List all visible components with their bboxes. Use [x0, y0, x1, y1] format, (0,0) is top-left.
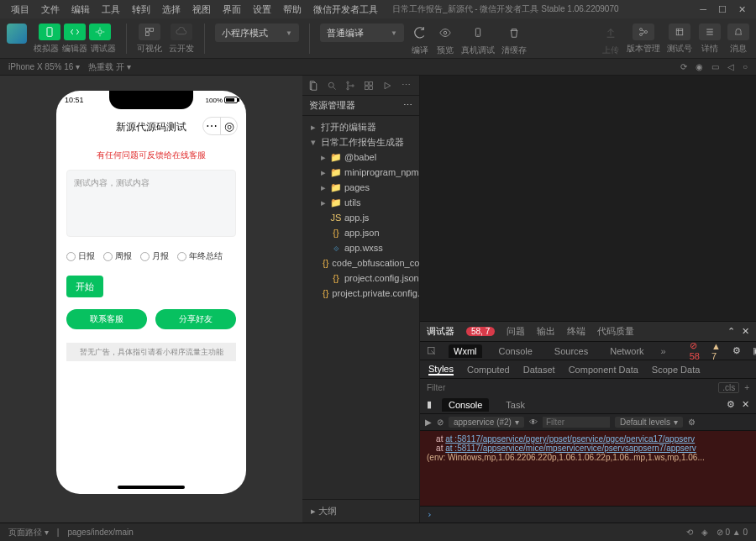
sidebar-toggle-icon[interactable]: ▮	[427, 399, 432, 410]
tree-row[interactable]: ⟐app.wxss	[302, 240, 419, 255]
error-count[interactable]: ⊘ 58	[690, 340, 700, 361]
tab-problems[interactable]: 问题	[507, 325, 525, 338]
tab-sources[interactable]: Sources	[549, 344, 593, 358]
back-icon[interactable]: ◁	[727, 62, 734, 71]
device-selector[interactable]: iPhone X 85% 16 ▾	[8, 62, 80, 71]
collapse-icon[interactable]: ⌃	[727, 326, 735, 337]
console-filter-input[interactable]	[543, 417, 610, 428]
menu-item[interactable]: 微信开发者工具	[307, 3, 384, 16]
tab-output[interactable]: 输出	[537, 325, 555, 338]
more-tabs-icon[interactable]: »	[661, 346, 666, 356]
minimize-icon[interactable]: ─	[700, 4, 706, 15]
task-tab[interactable]: Task	[499, 398, 532, 412]
radio-monthly[interactable]: 月报	[140, 250, 169, 262]
tree-row[interactable]: ▸📁@babel	[302, 150, 419, 165]
clear-cache-button[interactable]	[505, 24, 523, 42]
tab-terminal[interactable]: 终端	[567, 325, 585, 338]
tab-network[interactable]: Network	[605, 344, 648, 358]
extensions-icon[interactable]	[363, 81, 375, 91]
tab-component-data[interactable]: Component Data	[569, 365, 638, 375]
reload-icon[interactable]: ⟳	[680, 62, 687, 71]
message-button[interactable]	[727, 24, 749, 40]
compile-select[interactable]: 普通编译▼	[320, 24, 404, 42]
radio-weekly[interactable]: 周报	[103, 250, 132, 262]
home-icon[interactable]: ○	[743, 62, 748, 71]
files-icon[interactable]	[307, 81, 319, 91]
close-icon[interactable]: ✕	[738, 4, 746, 15]
share-button[interactable]: 分享好友	[155, 309, 236, 329]
mode-select[interactable]: 小程序模式▼	[215, 24, 299, 42]
rotate-icon[interactable]: ▭	[711, 62, 719, 71]
visual-button[interactable]	[139, 24, 160, 40]
tab-debugger[interactable]: 调试器	[427, 325, 454, 338]
tab-dataset[interactable]: Dataset	[523, 365, 555, 375]
radio-daily[interactable]: 日报	[66, 250, 95, 262]
git-icon[interactable]	[344, 81, 356, 91]
console-prompt[interactable]: ›	[420, 506, 756, 523]
eye-icon[interactable]: 👁	[529, 418, 538, 427]
sync-icon[interactable]: ⟲	[686, 528, 693, 537]
dock-icon[interactable]: ▣	[753, 345, 756, 356]
settings-icon[interactable]: ⚙	[732, 345, 741, 356]
compile-button[interactable]	[411, 24, 429, 42]
stop-icon[interactable]: ▶	[425, 418, 432, 427]
more-icon[interactable]: ⋯	[403, 100, 412, 111]
menu-item[interactable]: 文件	[35, 3, 66, 16]
inspect-icon[interactable]	[427, 346, 437, 356]
menu-item[interactable]: 编辑	[66, 3, 96, 16]
cls-chip[interactable]: .cls	[718, 382, 739, 393]
menu-item[interactable]: 视图	[186, 3, 217, 16]
preview-button[interactable]	[436, 24, 454, 42]
tree-row[interactable]: ▸📁pages	[302, 180, 419, 195]
maximize-icon[interactable]: ☐	[718, 4, 727, 15]
detail-button[interactable]	[699, 24, 721, 40]
more-icon[interactable]: ⋯	[400, 80, 412, 91]
hot-reload-toggle[interactable]: 热重载 开 ▾	[88, 61, 131, 73]
menu-item[interactable]: 帮助	[277, 3, 307, 16]
menu-item[interactable]: 设置	[247, 3, 277, 16]
context-select[interactable]: appservice (#2) ▾	[449, 417, 524, 428]
menu-item[interactable]: 转到	[126, 3, 156, 16]
page-path[interactable]: pages/index/main	[67, 528, 133, 537]
menu-item[interactable]: 选择	[156, 3, 186, 16]
clear-icon[interactable]: ⊘	[437, 418, 444, 427]
upload-button[interactable]	[601, 24, 620, 42]
editor-button[interactable]	[64, 24, 86, 40]
tree-row[interactable]: ▸📁utils	[302, 195, 419, 210]
warn-count[interactable]: ▲ 7	[711, 341, 721, 361]
menu-item[interactable]: 工具	[96, 3, 126, 16]
close-icon[interactable]: ✕	[742, 326, 749, 337]
editor-area[interactable]	[420, 76, 756, 321]
tab-quality[interactable]: 代码质量	[597, 325, 634, 338]
target-close-icon[interactable]: ◎	[220, 118, 237, 134]
status-errors[interactable]: ⊘ 0 ▲ 0	[717, 528, 748, 537]
radio-yearly[interactable]: 年终总结	[177, 250, 223, 262]
record-icon[interactable]: ◉	[696, 62, 703, 71]
tree-row[interactable]: ▸📁miniprogram_npm	[302, 165, 419, 180]
tree-row[interactable]: {}project.config.json	[302, 270, 419, 286]
start-button[interactable]: 开始	[66, 276, 103, 297]
tree-row[interactable]: JSapp.js	[302, 210, 419, 225]
menu-item[interactable]: 界面	[217, 3, 247, 16]
levels-select[interactable]: Default levels ▾	[615, 417, 683, 428]
menu-item[interactable]: 项目	[5, 3, 35, 16]
more-icon[interactable]: ⋯	[203, 118, 220, 134]
settings-icon[interactable]: ⚙	[688, 418, 696, 427]
simulator-button[interactable]	[39, 24, 60, 40]
testnum-button[interactable]	[669, 24, 690, 40]
contact-button[interactable]: 联系客服	[66, 309, 147, 329]
close-icon[interactable]: ✕	[742, 399, 749, 410]
broadcast-icon[interactable]: ◈	[701, 528, 708, 537]
console-tab[interactable]: Console	[442, 398, 489, 412]
add-style-icon[interactable]: +	[744, 383, 749, 392]
debugger-button[interactable]	[89, 24, 111, 40]
run-icon[interactable]	[381, 81, 393, 91]
tab-computed[interactable]: Computed	[467, 365, 510, 375]
remote-debug-button[interactable]	[469, 24, 487, 42]
tab-scope-data[interactable]: Scope Data	[652, 365, 700, 375]
content-textarea[interactable]: 测试内容，测试内容	[66, 170, 236, 237]
tree-row[interactable]: {}code_obfuscation_conf...	[302, 255, 419, 270]
capsule-button[interactable]: ⋯◎	[202, 117, 238, 135]
search-icon[interactable]	[326, 81, 338, 91]
tab-console[interactable]: Console	[494, 344, 538, 358]
